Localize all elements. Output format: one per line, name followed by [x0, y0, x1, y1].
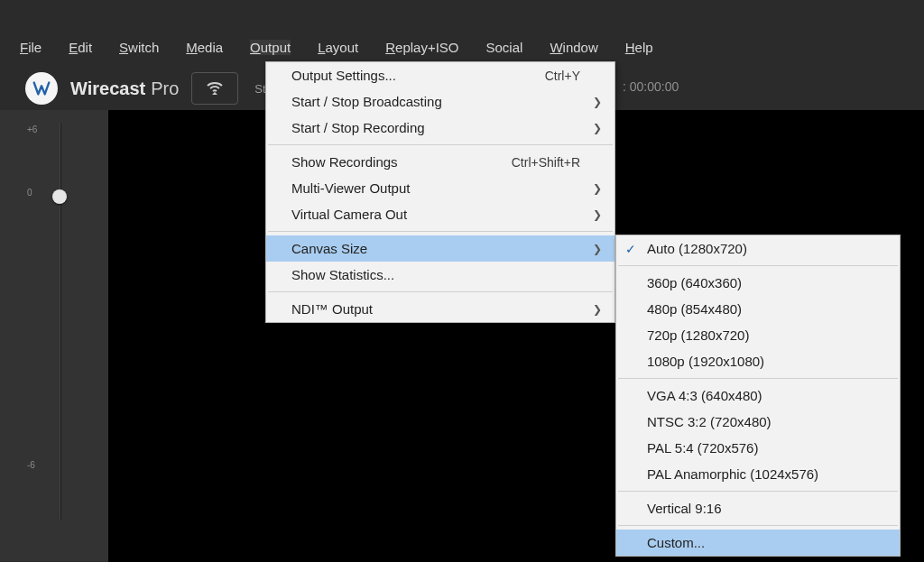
submenu-item-label: Auto (1280x720)	[647, 241, 747, 256]
chevron-right-icon: ❯	[593, 208, 602, 221]
menu-separator	[268, 291, 613, 292]
menubar: FileEditSwitchMediaOutputLayoutReplay+IS…	[0, 31, 924, 63]
menu-item-label: Start / Stop Broadcasting	[291, 94, 600, 109]
menu-replay-iso[interactable]: Replay+ISO	[385, 40, 458, 55]
menu-social[interactable]: Social	[486, 40, 523, 55]
toolbar: Wirecast Pro St	[25, 70, 266, 106]
submenu-item-label: 480p (854x480)	[647, 301, 742, 317]
submenu-item-pal-5-4-720x576[interactable]: PAL 5:4 (720x576)	[616, 435, 900, 461]
menu-item-start-stop-broadcasting[interactable]: Start / Stop Broadcasting❯	[266, 88, 614, 115]
submenu-item-360p-640x360[interactable]: 360p (640x360)	[616, 270, 900, 296]
submenu-item-720p-1280x720[interactable]: 720p (1280x720)	[616, 322, 900, 348]
submenu-item-custom[interactable]: Custom...	[616, 530, 900, 556]
menu-separator	[618, 378, 898, 379]
menu-item-label: Output Settings...	[291, 68, 545, 83]
menu-item-ndi-output[interactable]: NDI™ Output❯	[266, 296, 614, 322]
submenu-item-label: Vertical 9:16	[647, 501, 722, 516]
submenu-item-label: 720p (1280x720)	[647, 327, 749, 343]
menu-item-label: Multi-Viewer Output	[291, 180, 600, 196]
menu-help[interactable]: Help	[625, 40, 653, 55]
status-prefix: St	[254, 82, 265, 96]
submenu-item-label: 1080p (1920x1080)	[647, 354, 764, 369]
app-logo-icon	[25, 72, 58, 105]
menu-item-start-stop-recording[interactable]: Start / Stop Recording❯	[266, 115, 614, 141]
chevron-right-icon: ❯	[593, 243, 602, 255]
submenu-item-label: PAL Anamorphic (1024x576)	[647, 466, 818, 482]
timecode-display: : 00:00:00	[623, 79, 679, 94]
audio-slider-track[interactable]	[60, 123, 61, 520]
timecode-text: : 00:00:00	[623, 79, 679, 94]
menu-item-shortcut: Ctrl+Shift+R	[512, 155, 600, 170]
chevron-right-icon: ❯	[593, 303, 602, 316]
audio-slider-knob[interactable]	[52, 189, 67, 204]
menu-edit[interactable]: Edit	[69, 40, 92, 55]
submenu-item-label: VGA 4:3 (640x480)	[647, 388, 762, 403]
submenu-item-1080p-1920x1080[interactable]: 1080p (1920x1080)	[616, 348, 900, 374]
menu-item-show-recordings[interactable]: Show RecordingsCtrl+Shift+R	[266, 149, 614, 175]
chevron-right-icon: ❯	[593, 96, 602, 108]
submenu-item-vga-4-3-640x480[interactable]: VGA 4:3 (640x480)	[616, 382, 900, 409]
menu-item-label: Virtual Camera Out	[291, 207, 600, 222]
app-title: Wirecast Pro	[70, 78, 179, 99]
app-title-name: Wirecast	[70, 78, 145, 99]
menu-item-label: NDI™ Output	[291, 301, 600, 317]
menu-output[interactable]: Output	[250, 40, 291, 55]
canvas-size-submenu: ✓Auto (1280x720)360p (640x360)480p (854x…	[615, 235, 901, 557]
submenu-item-ntsc-3-2-720x480[interactable]: NTSC 3:2 (720x480)	[616, 409, 900, 435]
menu-item-virtual-camera-out[interactable]: Virtual Camera Out❯	[266, 201, 614, 227]
submenu-item-vertical-9-16[interactable]: Vertical 9:16	[616, 495, 900, 521]
audio-tick: 0	[27, 188, 32, 198]
menu-item-output-settings[interactable]: Output Settings...Ctrl+Y	[266, 62, 614, 88]
menu-window[interactable]: Window	[550, 40, 597, 55]
audio-tick: +6	[27, 124, 37, 134]
menu-layout[interactable]: Layout	[318, 40, 358, 55]
submenu-item-label: NTSC 3:2 (720x480)	[647, 414, 772, 429]
menu-separator	[618, 491, 898, 492]
stream-button[interactable]	[191, 72, 238, 105]
menu-item-label: Start / Stop Recording	[291, 120, 600, 135]
submenu-item-pal-anamorphic-1024x576[interactable]: PAL Anamorphic (1024x576)	[616, 461, 900, 487]
menu-separator	[618, 525, 898, 526]
menu-item-shortcut: Ctrl+Y	[545, 69, 600, 83]
submenu-item-label: 360p (640x360)	[647, 275, 742, 290]
audio-tick: -6	[27, 460, 35, 470]
menu-item-multi-viewer-output[interactable]: Multi-Viewer Output❯	[266, 175, 614, 201]
menu-file[interactable]: File	[20, 40, 42, 55]
submenu-item-label: PAL 5:4 (720x576)	[647, 440, 758, 456]
wifi-icon	[204, 78, 226, 99]
menu-item-label: Show Statistics...	[291, 267, 600, 282]
submenu-item-auto-1280x720[interactable]: ✓Auto (1280x720)	[616, 235, 900, 262]
menu-item-show-statistics[interactable]: Show Statistics...	[266, 262, 614, 288]
app-title-suffix: Pro	[151, 78, 179, 99]
menu-item-label: Show Recordings	[291, 154, 512, 170]
menu-media[interactable]: Media	[186, 40, 223, 55]
check-icon: ✓	[625, 242, 636, 256]
app-window: FileEditSwitchMediaOutputLayoutReplay+IS…	[0, 0, 924, 562]
output-menu: Output Settings...Ctrl+YStart / Stop Bro…	[265, 61, 615, 323]
submenu-item-480p-854x480[interactable]: 480p (854x480)	[616, 296, 900, 322]
menu-item-canvas-size[interactable]: Canvas Size❯	[266, 235, 614, 262]
menu-separator	[268, 231, 613, 232]
menu-switch[interactable]: Switch	[119, 40, 159, 55]
menu-separator	[268, 144, 613, 145]
chevron-right-icon: ❯	[593, 122, 602, 134]
audio-rail: » +60-6	[0, 110, 108, 561]
menu-item-label: Canvas Size	[291, 241, 600, 256]
menu-separator	[618, 265, 898, 266]
chevron-right-icon: ❯	[593, 182, 602, 195]
submenu-item-label: Custom...	[647, 535, 705, 550]
